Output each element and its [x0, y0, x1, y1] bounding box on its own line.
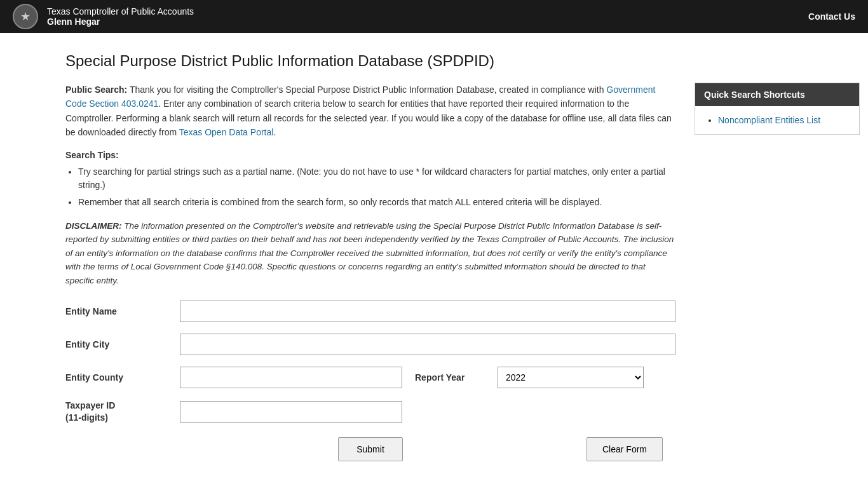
intro-text-1: Thank you for visiting the Comptroller's… [127, 85, 606, 95]
entity-city-row: Entity City [65, 334, 675, 355]
search-tips-section: Search Tips: Try searching for partial s… [65, 150, 675, 209]
search-tips-label: Search Tips: [65, 150, 675, 160]
disclaimer-paragraph: DISCLAIMER: The information presented on… [65, 219, 675, 288]
quick-search-list: Noncompliant Entities List [708, 115, 846, 125]
intro-paragraph: Public Search: Thank you for visiting th… [65, 83, 675, 140]
quick-search-shortcuts: Quick Search Shortcuts Noncompliant Enti… [695, 83, 860, 135]
content-area: Public Search: Thank you for visiting th… [65, 83, 803, 461]
left-content: Public Search: Thank you for visiting th… [65, 83, 675, 461]
agency-name: Texas Comptroller of Public Accounts [47, 6, 194, 17]
comptroller-name: Glenn Hegar [47, 17, 194, 27]
disclaimer-label: DISCLAIMER: [65, 221, 122, 231]
search-tip-2: Remember that all search criteria is com… [78, 196, 675, 209]
quick-search-body: Noncompliant Entities List [695, 106, 859, 134]
header-title: Texas Comptroller of Public Accounts Gle… [47, 6, 194, 27]
county-year-row: Entity County Report Year 2022 2021 2020… [65, 367, 675, 388]
search-tips-list: Try searching for partial strings such a… [65, 165, 675, 209]
intro-text-3: . [273, 127, 276, 137]
public-search-label: Public Search: [65, 85, 127, 95]
entity-city-label: Entity City [65, 339, 167, 349]
contact-us-link[interactable]: Contact Us [808, 11, 855, 22]
page-title: Special Purpose District Public Informat… [65, 52, 803, 70]
site-header: ★ Texas Comptroller of Public Accounts G… [0, 0, 868, 33]
entity-county-input[interactable] [180, 367, 402, 388]
report-year-label: Report Year [415, 372, 485, 383]
agency-logo: ★ [13, 4, 38, 29]
disclaimer-text: The information presented on the Comptro… [65, 221, 674, 285]
taxpayer-id-input[interactable] [180, 401, 402, 423]
portal-link[interactable]: Texas Open Data Portal [179, 127, 274, 137]
entity-name-label: Entity Name [65, 306, 167, 316]
submit-button[interactable]: Submit [338, 437, 403, 461]
report-year-select[interactable]: 2022 2021 2020 2019 2018 2017 [498, 367, 644, 388]
entity-city-input[interactable] [180, 334, 675, 355]
search-tip-1: Try searching for partial strings such a… [78, 165, 675, 192]
taxpayer-id-row: Taxpayer ID(11-digits) [65, 400, 675, 424]
noncompliant-entities-item: Noncompliant Entities List [718, 115, 846, 125]
clear-form-button[interactable]: Clear Form [587, 437, 663, 461]
entity-name-input[interactable] [180, 301, 675, 322]
quick-search-header: Quick Search Shortcuts [695, 83, 859, 106]
main-content: Special Purpose District Public Informat… [40, 33, 828, 487]
noncompliant-entities-link[interactable]: Noncompliant Entities List [718, 115, 820, 125]
header-left: ★ Texas Comptroller of Public Accounts G… [13, 4, 194, 29]
logo-star-icon: ★ [20, 10, 31, 24]
entity-county-label: Entity County [65, 372, 167, 383]
taxpayer-id-label: Taxpayer ID(11-digits) [65, 400, 167, 424]
entity-name-row: Entity Name [65, 301, 675, 322]
form-buttons: Submit Clear Form [65, 437, 675, 461]
search-form: Entity Name Entity City Entity County Re… [65, 301, 675, 461]
